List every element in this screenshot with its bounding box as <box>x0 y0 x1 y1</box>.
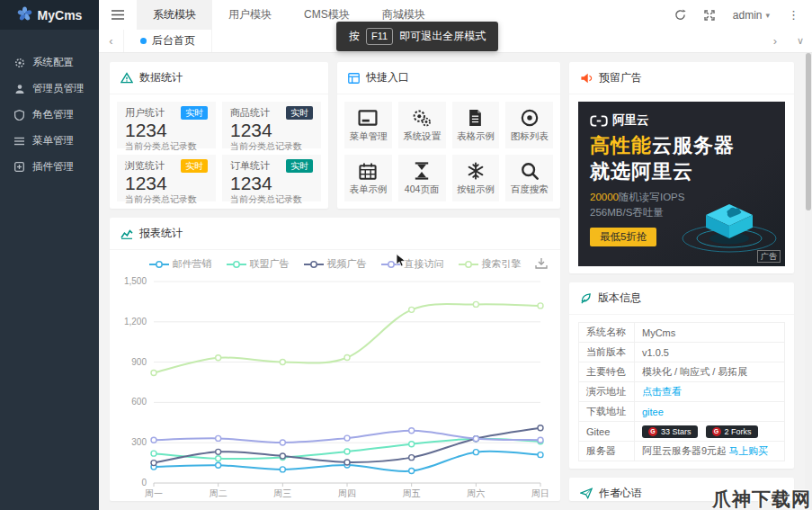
legend-item[interactable]: 直接访问 <box>381 257 444 271</box>
more-options-icon[interactable]: ⋮ <box>788 8 799 22</box>
gitee-icon: G <box>648 427 657 436</box>
legend-item[interactable]: 视频广告 <box>304 257 367 271</box>
tab-scroll-right-icon[interactable]: › <box>763 30 787 52</box>
ad-headline2: 就选阿里云 <box>590 158 693 185</box>
sidebar: MyCms 系统配置 管理员管理 角色管理 <box>0 0 99 510</box>
left-column: 数据统计 用户统计实时 1234 当前分类总记录数 商品统计实时 1234 当前… <box>110 62 560 501</box>
gitee-stars-badge[interactable]: G33 Stars <box>642 425 698 438</box>
pinwheel-logo-icon <box>17 6 32 24</box>
speaker-icon <box>580 73 593 84</box>
aliyun-ad-banner[interactable]: 阿里云 高性能云服务器 就选阿里云 20000随机读写IOPS 256MB/S吞… <box>578 102 785 266</box>
stat-desc: 当前分类总记录数 <box>230 193 313 206</box>
realtime-badge: 实时 <box>286 106 313 120</box>
sidebar-item-menu-manage[interactable]: 菜单管理 <box>0 128 99 154</box>
panel-title: 作者心语 <box>599 486 642 501</box>
quick-panel-header: 快捷入口 <box>337 62 560 94</box>
stat-desc: 当前分类总记录数 <box>125 140 208 153</box>
stat-card-orders: 订单统计实时 1234 当前分类总记录数 <box>222 155 321 201</box>
right-column: 预留广告 阿里云 高性能云服务器 就选阿里云 20000随机读写IOPS 256… <box>569 62 794 501</box>
quick-item-baidu-search[interactable]: 百度搜索 <box>505 155 553 201</box>
svg-text:周五: 周五 <box>402 488 420 498</box>
quick-item-table-demo[interactable]: 表格示例 <box>452 102 500 148</box>
logo[interactable]: MyCms <box>0 0 99 30</box>
quick-item-icon-list[interactable]: 图标列表 <box>505 102 553 148</box>
stat-value: 1234 <box>125 173 208 193</box>
stats-grid: 用户统计实时 1234 当前分类总记录数 商品统计实时 1234 当前分类总记录… <box>110 94 328 209</box>
chart-legend: 邮件营销联盟广告视频广告直接访问搜索引擎 <box>110 250 560 271</box>
ad-cta-button[interactable]: 最低5折抢 <box>590 228 656 246</box>
table-row: 当前版本 v1.0.5 <box>579 343 784 362</box>
f11-key-badge: F11 <box>366 28 393 45</box>
template-icon <box>348 73 360 84</box>
legend-item[interactable]: 邮件营销 <box>149 257 212 271</box>
svg-text:周三: 周三 <box>273 488 291 498</box>
tab-menu-chevron-icon[interactable]: ∨ <box>789 30 812 52</box>
report-panel-header: 报表统计 <box>110 218 560 250</box>
ad-panel: 预留广告 阿里云 高性能云服务器 就选阿里云 20000随机读写IOPS 256… <box>569 62 794 273</box>
sidebar-item-label: 系统配置 <box>32 56 74 69</box>
tabbar-controls: › ∨ <box>763 30 812 52</box>
svg-text:600: 600 <box>131 397 147 407</box>
tab-dashboard[interactable]: 后台首页 <box>124 30 212 52</box>
quick-item-system-settings[interactable]: 系统设置 <box>398 102 446 148</box>
report-chart[interactable]: 03006009001,2001,500周一周二周三周四周五周六周日 <box>114 271 557 501</box>
target-icon <box>521 107 539 129</box>
panel-title: 数据统计 <box>139 70 183 85</box>
username: admin <box>733 9 763 22</box>
stat-card-users: 用户统计实时 1234 当前分类总记录数 <box>117 102 216 148</box>
refresh-icon[interactable] <box>674 9 686 21</box>
fullscreen-icon[interactable] <box>704 10 715 21</box>
table-row: 演示地址 点击查看 <box>579 382 784 402</box>
svg-text:周四: 周四 <box>338 488 356 498</box>
tab-label: 后台首页 <box>152 33 195 49</box>
hourglass-icon <box>414 160 430 182</box>
sidebar-item-admin-manage[interactable]: 管理员管理 <box>0 76 99 102</box>
gear-icon <box>13 58 25 68</box>
download-chart-icon[interactable] <box>535 257 548 272</box>
tab-user-module[interactable]: 用户模块 <box>212 0 288 30</box>
download-link[interactable]: gitee <box>642 407 664 417</box>
report-panel: 报表统计 邮件营销联盟广告视频广告直接访问搜索引擎 03006009001,20… <box>110 218 560 501</box>
svg-text:周一: 周一 <box>145 488 163 498</box>
gears-icon <box>412 107 432 129</box>
demo-link[interactable]: 点击查看 <box>642 385 682 398</box>
quick-item-form-demo[interactable]: 表单示例 <box>344 155 392 201</box>
realtime-badge: 实时 <box>181 159 208 173</box>
version-table: 系统名称 MyCms 当前版本 v1.0.5 主要特色 模块化 / 响应式 / … <box>578 322 785 461</box>
snowflake-icon <box>467 160 485 182</box>
sidebar-item-plugin-manage[interactable]: 插件管理 <box>0 154 99 180</box>
scrollbar-thumb[interactable] <box>806 53 811 210</box>
mouse-cursor <box>396 254 406 271</box>
panel-title: 预留广告 <box>599 70 642 85</box>
tab-system-module[interactable]: 系统模块 <box>137 0 212 30</box>
quick-item-menu-manage[interactable]: 菜单管理 <box>344 102 392 148</box>
stat-card-views: 浏览统计实时 1234 当前分类总记录数 <box>117 155 216 201</box>
quick-item-button-demo[interactable]: 按钮示例 <box>452 155 500 201</box>
site-watermark: 爪神下载网 <box>712 487 811 510</box>
ad-specs: 20000随机读写IOPS 256MB/S吞吐量 <box>590 190 684 220</box>
sidebar-item-system-config[interactable]: 系统配置 <box>0 49 99 76</box>
legend-item[interactable]: 联盟广告 <box>227 257 290 271</box>
search-icon <box>521 160 539 182</box>
svg-text:1,500: 1,500 <box>123 276 146 286</box>
buy-server-link[interactable]: 马上购买 <box>728 444 768 458</box>
table-row: 下载地址 gitee <box>579 402 784 422</box>
table-row: Gitee G33 Stars G2 Forks <box>579 422 784 442</box>
shield-icon <box>13 110 25 121</box>
svg-text:0: 0 <box>141 478 147 488</box>
sidebar-item-label: 管理员管理 <box>32 82 85 95</box>
top-panels-row: 数据统计 用户统计实时 1234 当前分类总记录数 商品统计实时 1234 当前… <box>110 62 560 209</box>
table-row: 主要特色 模块化 / 响应式 / 易拓展 <box>579 362 784 382</box>
quick-entry-panel: 快捷入口 菜单管理 系统设置 <box>337 62 560 209</box>
sidebar-item-role-manage[interactable]: 角色管理 <box>0 102 99 128</box>
tab-scroll-left-icon[interactable]: ‹ <box>99 30 124 52</box>
page-scrollbar <box>805 53 812 510</box>
gitee-forks-badge[interactable]: G2 Forks <box>706 425 758 438</box>
sidebar-item-label: 角色管理 <box>32 108 74 121</box>
menu-toggle-icon[interactable] <box>99 0 137 30</box>
user-dropdown[interactable]: admin ▾ <box>733 9 770 22</box>
quick-item-404-page[interactable]: 404页面 <box>398 155 446 201</box>
legend-item[interactable]: 搜索引擎 <box>459 257 522 271</box>
toast-suffix: 即可退出全屏模式 <box>399 29 486 44</box>
table-row: 系统名称 MyCms <box>579 323 784 343</box>
